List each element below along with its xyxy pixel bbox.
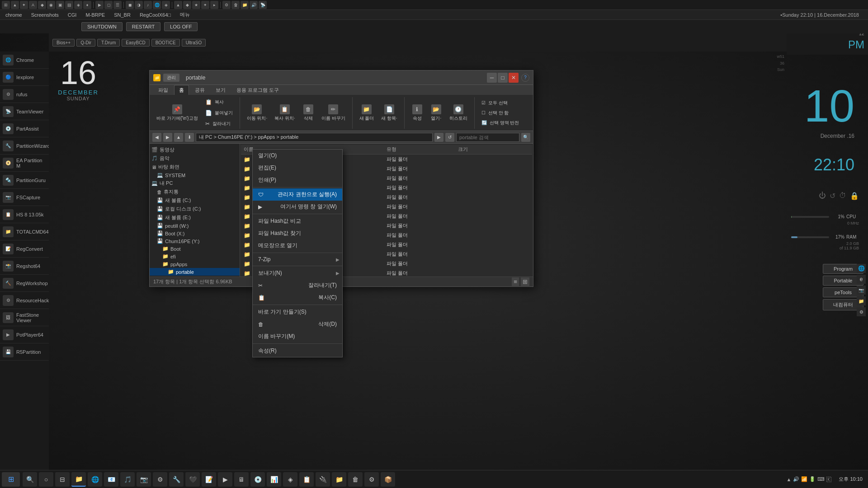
ctx-hash-compare[interactable]: 파일 Hash값 비교	[253, 215, 342, 227]
toolbar-icon-13[interactable]: ◼	[126, 1, 134, 9]
sidebar-item-rufus[interactable]: ⚙ rufus	[0, 86, 49, 103]
sidebar-item-faststone[interactable]: 🖼 FastStone Viewer	[0, 309, 49, 326]
taskbar-cmd-icon[interactable]: 🖤	[185, 472, 200, 487]
sidebar-item-r5partition[interactable]: 💾 R5Partition	[0, 343, 49, 361]
search-input[interactable]	[456, 133, 519, 142]
tree-item-efi[interactable]: 📁 efi	[150, 253, 240, 260]
ctx-delete[interactable]: 🗑 삭제(D)	[253, 318, 342, 330]
edge-icon-3[interactable]: 📷	[857, 286, 866, 295]
menu-snbr[interactable]: SN_BR	[112, 11, 132, 19]
ribbon-rename-button[interactable]: ✏ 이름 바꾸기	[318, 102, 349, 124]
edge-icon-4[interactable]: 📁	[857, 296, 866, 305]
toolbar-icon-23[interactable]: ⚙	[222, 1, 231, 9]
ql-ultraso[interactable]: UltraSO	[182, 39, 206, 47]
tree-item-w[interactable]: 💾 peutill (W:)	[150, 222, 240, 230]
ribbon-delete-button[interactable]: 🗑 삭제	[299, 102, 317, 124]
taskbar-cortana-icon[interactable]: ○	[39, 472, 53, 487]
toolbar-icon-8[interactable]: ◈	[74, 1, 82, 9]
taskbar-explorer-icon[interactable]: 📁	[71, 472, 86, 487]
tree-item-ppapps[interactable]: 📁 ppApps	[150, 260, 240, 268]
refresh-button[interactable]: ↺	[445, 133, 454, 142]
ribbon-pin-button[interactable]: 📌 바로 가기에{'\n'}고정	[153, 102, 201, 124]
logoff-button[interactable]: LOG OFF	[164, 22, 198, 31]
taskbar-notepad-icon[interactable]: 📝	[202, 472, 216, 487]
tab-file[interactable]: 파일	[153, 85, 173, 95]
toolbar-icon-5[interactable]: ◉	[47, 1, 55, 9]
sidebar-item-eapartition[interactable]: 📀 EA Partition M	[0, 155, 49, 172]
tab-view[interactable]: 보기	[211, 85, 231, 95]
menu-screenshots[interactable]: Screenshots	[29, 11, 61, 19]
ribbon-selectall-button[interactable]: ☑ 모두 선택	[478, 99, 523, 108]
ribbon-copy-button[interactable]: 📋 복사	[202, 97, 236, 107]
menu-regcool[interactable]: RegCoolX64□	[138, 11, 173, 19]
tree-item-c[interactable]: 💾 새 볼륨 (C:)	[150, 196, 240, 205]
sidebar-item-partitionwizard[interactable]: 🔧 PartitionWizard	[0, 137, 49, 155]
taskbar-clip-icon[interactable]: 📋	[299, 472, 314, 487]
ctx-rename[interactable]: 이름 바꾸기(M)	[253, 330, 342, 343]
sidebar-item-partitionguru[interactable]: 🔩 PartitionGuru	[0, 172, 49, 189]
sidebar-item-potplayer[interactable]: ▶ PotPlayer64	[0, 326, 49, 343]
ctx-create-shortcut[interactable]: 바로 가기 만들기(S)	[253, 306, 342, 318]
menu-main[interactable]: 메뉴	[178, 10, 192, 19]
ctx-notepad-open[interactable]: 메모장으로 열기	[253, 239, 342, 252]
ql-easybcd[interactable]: EasyBCD	[122, 39, 149, 47]
taskbar-photo-icon[interactable]: 📷	[137, 472, 151, 487]
search-button[interactable]: 🔍	[521, 133, 530, 142]
up-button[interactable]: ▲	[174, 133, 183, 142]
toolbar-icon-16[interactable]: 🌐	[153, 1, 161, 9]
taskbar-monitor-icon[interactable]: 🖥	[234, 472, 249, 487]
toolbar-icon-11[interactable]: ◻	[104, 1, 113, 9]
sidebar-item-iexplore[interactable]: 🔵 Iexplore	[0, 69, 49, 86]
power-icon[interactable]: ⏻	[819, 192, 826, 200]
ctx-cmd[interactable]: ▶ 여기서 명령 창 열기(W)	[253, 201, 342, 213]
taskbar-search-icon[interactable]: 🔍	[23, 472, 37, 487]
taskbar-tool-icon[interactable]: 🔧	[169, 472, 184, 487]
forward-button[interactable]: ▶	[163, 133, 172, 142]
toolbar-icon-20[interactable]: ★	[192, 1, 200, 9]
taskbar-plug-icon[interactable]: 🔌	[316, 472, 330, 487]
toolbar-icon-19[interactable]: ◆	[183, 1, 191, 9]
toolbar-icon-12[interactable]: ☰	[113, 1, 122, 9]
tab-home[interactable]: 홈	[174, 85, 189, 95]
list-view-button[interactable]: ≡	[512, 277, 519, 286]
tree-item-e[interactable]: 💾 새 볼륨 (E:)	[150, 213, 240, 222]
toolbar-icon-3[interactable]: A	[29, 1, 37, 9]
tree-item-boot[interactable]: 📁 Boot	[150, 245, 240, 253]
ctx-cut[interactable]: ✂ 잘라내기(T)	[253, 279, 342, 291]
toolbar-icon-22[interactable]: ▸	[210, 1, 218, 9]
taskbar-mail-icon[interactable]: 📧	[104, 472, 118, 487]
ctx-7zip[interactable]: 7-Zip ▶	[253, 254, 342, 265]
toolbar-icon-17[interactable]: ◈	[162, 1, 170, 9]
tray-network-icon[interactable]: 📶	[801, 476, 807, 482]
sidebar-item-fscapture[interactable]: 📷 FSCapture	[0, 189, 49, 206]
ribbon-newfolder-button[interactable]: 📁 새 폴더	[356, 102, 377, 124]
tab-portable[interactable]: 관리	[163, 74, 179, 82]
menu-chrome[interactable]: chrome	[4, 11, 24, 19]
ribbon-selectnone-button[interactable]: ☐ 선택 안 함	[478, 108, 523, 117]
taskbar-recycle-icon[interactable]: 🗑	[348, 472, 363, 487]
tab-share[interactable]: 공유	[190, 85, 210, 95]
sidebar-item-regshot[interactable]: 📸 Regshot64	[0, 258, 49, 275]
ctx-properties[interactable]: 속성(R)	[253, 345, 342, 357]
maximize-button[interactable]: □	[498, 73, 508, 83]
address-go-button[interactable]: ▶	[434, 133, 443, 142]
sidebar-item-totalcmd[interactable]: 📁 TOTALCMD64	[0, 223, 49, 240]
toolbar-icon-9[interactable]: ♦	[83, 1, 91, 9]
toolbar-icon-4[interactable]: ◆	[38, 1, 46, 9]
toolbar-icon-10[interactable]: ▶	[95, 1, 104, 9]
sidebar-item-chrome[interactable]: 🌐 Chrome	[0, 52, 49, 69]
settings-icon[interactable]: ⏱	[839, 192, 846, 200]
sidebar-item-regconvert[interactable]: 📝 RegConvert	[0, 240, 49, 258]
refresh-icon[interactable]: ↺	[830, 192, 835, 200]
tray-lang-icon[interactable]: 🇰	[826, 477, 831, 482]
address-input[interactable]	[196, 133, 433, 142]
ribbon-paste-button[interactable]: 📄 붙여넣기	[202, 108, 236, 118]
toolbar-windows-icon[interactable]: ⊞	[2, 1, 10, 9]
ribbon-copyto-button[interactable]: 📋 복사 위치·	[271, 102, 298, 124]
col-type[interactable]: 유형	[387, 146, 458, 153]
edge-browser-icon[interactable]: 🌐	[857, 264, 866, 273]
toolbar-icon-26[interactable]: 🔊	[250, 1, 258, 9]
ctx-hash-find[interactable]: 파일 Hash값 찾기	[253, 227, 342, 239]
start-button[interactable]: ⊞	[2, 472, 20, 487]
taskbar-browser-icon[interactable]: 🌐	[88, 472, 102, 487]
